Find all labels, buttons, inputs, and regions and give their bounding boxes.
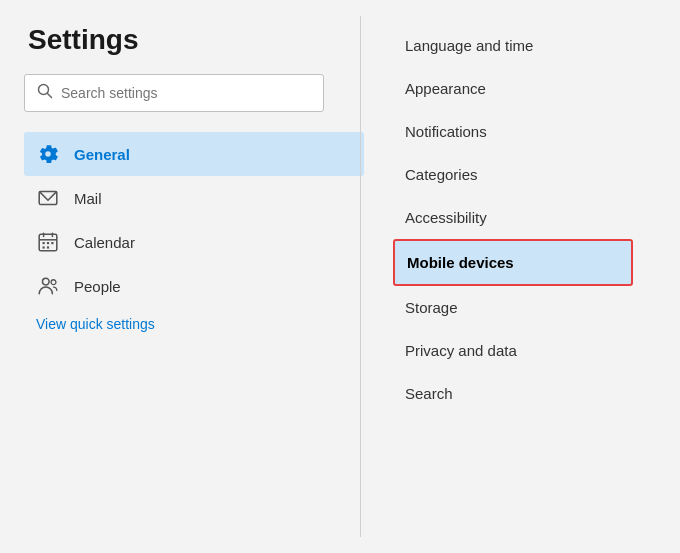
right-item-categories[interactable]: Categories — [393, 153, 633, 196]
view-quick-settings-link[interactable]: View quick settings — [24, 316, 360, 332]
calendar-icon — [36, 230, 60, 254]
svg-point-13 — [51, 280, 56, 285]
right-item-language-time[interactable]: Language and time — [393, 24, 633, 67]
gear-icon — [36, 142, 60, 166]
right-item-accessibility[interactable]: Accessibility — [393, 196, 633, 239]
right-item-privacy-data[interactable]: Privacy and data — [393, 329, 633, 372]
right-item-mobile-devices[interactable]: Mobile devices — [393, 239, 633, 286]
sidebar-item-people[interactable]: People — [24, 264, 364, 308]
right-item-storage[interactable]: Storage — [393, 286, 633, 329]
left-panel: Settings General Mail — [0, 0, 360, 553]
sidebar-item-people-label: People — [74, 278, 121, 295]
svg-point-12 — [43, 278, 50, 285]
svg-rect-8 — [47, 242, 49, 244]
sidebar-item-mail-label: Mail — [74, 190, 102, 207]
sidebar-item-general[interactable]: General — [24, 132, 364, 176]
svg-rect-9 — [51, 242, 53, 244]
svg-line-1 — [48, 94, 52, 98]
search-icon — [37, 83, 53, 103]
search-input[interactable] — [61, 85, 311, 101]
sidebar-item-calendar[interactable]: Calendar — [24, 220, 364, 264]
search-box[interactable] — [24, 74, 324, 112]
right-item-appearance[interactable]: Appearance — [393, 67, 633, 110]
svg-rect-7 — [43, 242, 45, 244]
sidebar-item-general-label: General — [74, 146, 130, 163]
svg-rect-10 — [43, 246, 45, 248]
svg-rect-11 — [47, 246, 49, 248]
right-item-notifications[interactable]: Notifications — [393, 110, 633, 153]
right-item-search[interactable]: Search — [393, 372, 633, 415]
people-icon — [36, 274, 60, 298]
sidebar-item-calendar-label: Calendar — [74, 234, 135, 251]
right-panel: Language and time Appearance Notificatio… — [361, 0, 680, 553]
mail-icon — [36, 186, 60, 210]
app-title: Settings — [24, 24, 360, 56]
sidebar-item-mail[interactable]: Mail — [24, 176, 364, 220]
